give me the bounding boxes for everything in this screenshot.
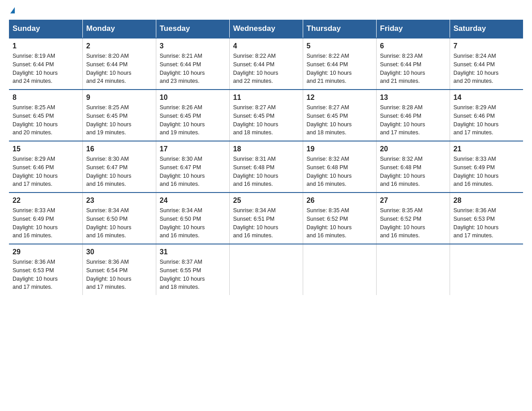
day-info: Sunrise: 8:34 AMSunset: 6:50 PMDaylight:… [86, 206, 152, 240]
calendar-day-cell: 13Sunrise: 8:28 AMSunset: 6:46 PMDayligh… [376, 90, 450, 141]
day-number: 8 [13, 94, 79, 102]
logo-arrow-icon [10, 7, 15, 13]
calendar-day-cell: 5Sunrise: 8:22 AMSunset: 6:44 PMDaylight… [303, 38, 376, 90]
day-number: 24 [160, 197, 226, 205]
day-info: Sunrise: 8:25 AMSunset: 6:45 PMDaylight:… [13, 103, 79, 137]
day-info: Sunrise: 8:35 AMSunset: 6:52 PMDaylight:… [307, 206, 373, 240]
day-number: 13 [380, 94, 446, 102]
day-number: 6 [380, 42, 446, 50]
day-number: 25 [233, 197, 299, 205]
page-header [9, 9, 523, 15]
day-info: Sunrise: 8:36 AMSunset: 6:53 PMDaylight:… [13, 258, 79, 291]
calendar-day-cell: 16Sunrise: 8:30 AMSunset: 6:47 PMDayligh… [82, 141, 156, 193]
header-wednesday: Wednesday [229, 20, 303, 38]
day-info: Sunrise: 8:36 AMSunset: 6:54 PMDaylight:… [86, 258, 152, 291]
header-monday: Monday [82, 20, 156, 38]
calendar-day-cell: 3Sunrise: 8:21 AMSunset: 6:44 PMDaylight… [156, 38, 229, 90]
day-info: Sunrise: 8:33 AMSunset: 6:49 PMDaylight:… [454, 155, 520, 188]
calendar-day-cell: 1Sunrise: 8:19 AMSunset: 6:44 PMDaylight… [9, 38, 82, 90]
calendar-day-cell: 7Sunrise: 8:24 AMSunset: 6:44 PMDaylight… [450, 38, 523, 90]
day-number: 2 [86, 42, 152, 50]
calendar-day-cell: 14Sunrise: 8:29 AMSunset: 6:46 PMDayligh… [450, 90, 523, 141]
day-number: 14 [454, 94, 520, 102]
calendar-day-cell: 18Sunrise: 8:31 AMSunset: 6:48 PMDayligh… [229, 141, 303, 193]
calendar-week-row: 15Sunrise: 8:29 AMSunset: 6:46 PMDayligh… [9, 141, 523, 193]
calendar-day-cell: 9Sunrise: 8:25 AMSunset: 6:45 PMDaylight… [82, 90, 156, 141]
header-friday: Friday [376, 20, 450, 38]
day-number: 11 [233, 94, 299, 102]
day-info: Sunrise: 8:29 AMSunset: 6:46 PMDaylight:… [454, 103, 520, 137]
day-number: 30 [86, 248, 152, 256]
day-number: 16 [86, 145, 152, 153]
day-info: Sunrise: 8:32 AMSunset: 6:48 PMDaylight:… [307, 155, 373, 188]
day-info: Sunrise: 8:22 AMSunset: 6:44 PMDaylight:… [233, 52, 299, 86]
day-number: 28 [454, 197, 520, 205]
day-number: 10 [160, 94, 226, 102]
calendar-day-cell [229, 244, 303, 295]
calendar-day-cell: 24Sunrise: 8:34 AMSunset: 6:50 PMDayligh… [156, 193, 229, 244]
day-number: 21 [454, 145, 520, 153]
header-saturday: Saturday [450, 20, 523, 38]
day-number: 31 [160, 248, 226, 256]
calendar-day-cell: 6Sunrise: 8:23 AMSunset: 6:44 PMDaylight… [376, 38, 450, 90]
header-thursday: Thursday [303, 20, 376, 38]
calendar-day-cell [303, 244, 376, 295]
calendar-day-cell: 20Sunrise: 8:32 AMSunset: 6:48 PMDayligh… [376, 141, 450, 193]
day-number: 20 [380, 145, 446, 153]
day-number: 27 [380, 197, 446, 205]
logo-general-line [9, 9, 15, 15]
day-number: 12 [307, 94, 373, 102]
calendar-day-cell: 26Sunrise: 8:35 AMSunset: 6:52 PMDayligh… [303, 193, 376, 244]
calendar-day-cell: 30Sunrise: 8:36 AMSunset: 6:54 PMDayligh… [82, 244, 156, 295]
calendar-day-cell: 15Sunrise: 8:29 AMSunset: 6:46 PMDayligh… [9, 141, 82, 193]
day-number: 7 [454, 42, 520, 50]
day-number: 17 [160, 145, 226, 153]
day-number: 9 [86, 94, 152, 102]
calendar-week-row: 8Sunrise: 8:25 AMSunset: 6:45 PMDaylight… [9, 90, 523, 141]
day-info: Sunrise: 8:33 AMSunset: 6:49 PMDaylight:… [13, 206, 79, 240]
day-info: Sunrise: 8:23 AMSunset: 6:44 PMDaylight:… [380, 52, 446, 86]
day-info: Sunrise: 8:30 AMSunset: 6:47 PMDaylight:… [86, 155, 152, 188]
day-info: Sunrise: 8:21 AMSunset: 6:44 PMDaylight:… [160, 52, 226, 86]
day-info: Sunrise: 8:25 AMSunset: 6:45 PMDaylight:… [86, 103, 152, 137]
calendar-day-cell: 10Sunrise: 8:26 AMSunset: 6:45 PMDayligh… [156, 90, 229, 141]
day-number: 26 [307, 197, 373, 205]
calendar-day-cell: 31Sunrise: 8:37 AMSunset: 6:55 PMDayligh… [156, 244, 229, 295]
calendar-day-cell: 22Sunrise: 8:33 AMSunset: 6:49 PMDayligh… [9, 193, 82, 244]
day-info: Sunrise: 8:37 AMSunset: 6:55 PMDaylight:… [160, 258, 226, 291]
header-sunday: Sunday [9, 20, 82, 38]
day-info: Sunrise: 8:28 AMSunset: 6:46 PMDaylight:… [380, 103, 446, 137]
calendar-day-cell: 29Sunrise: 8:36 AMSunset: 6:53 PMDayligh… [9, 244, 82, 295]
calendar-header-row: SundayMondayTuesdayWednesdayThursdayFrid… [9, 20, 523, 38]
calendar-day-cell: 21Sunrise: 8:33 AMSunset: 6:49 PMDayligh… [450, 141, 523, 193]
day-number: 15 [13, 145, 79, 153]
day-info: Sunrise: 8:20 AMSunset: 6:44 PMDaylight:… [86, 52, 152, 86]
day-info: Sunrise: 8:32 AMSunset: 6:48 PMDaylight:… [380, 155, 446, 188]
calendar-day-cell: 8Sunrise: 8:25 AMSunset: 6:45 PMDaylight… [9, 90, 82, 141]
day-info: Sunrise: 8:34 AMSunset: 6:51 PMDaylight:… [233, 206, 299, 240]
calendar-week-row: 1Sunrise: 8:19 AMSunset: 6:44 PMDaylight… [9, 38, 523, 90]
calendar-day-cell: 2Sunrise: 8:20 AMSunset: 6:44 PMDaylight… [82, 38, 156, 90]
day-info: Sunrise: 8:26 AMSunset: 6:45 PMDaylight:… [160, 103, 226, 137]
calendar-day-cell: 17Sunrise: 8:30 AMSunset: 6:47 PMDayligh… [156, 141, 229, 193]
day-info: Sunrise: 8:27 AMSunset: 6:45 PMDaylight:… [233, 103, 299, 137]
day-info: Sunrise: 8:31 AMSunset: 6:48 PMDaylight:… [233, 155, 299, 188]
day-number: 3 [160, 42, 226, 50]
day-number: 4 [233, 42, 299, 50]
day-info: Sunrise: 8:36 AMSunset: 6:53 PMDaylight:… [454, 206, 520, 240]
day-info: Sunrise: 8:24 AMSunset: 6:44 PMDaylight:… [454, 52, 520, 86]
calendar-day-cell: 28Sunrise: 8:36 AMSunset: 6:53 PMDayligh… [450, 193, 523, 244]
calendar-week-row: 29Sunrise: 8:36 AMSunset: 6:53 PMDayligh… [9, 244, 523, 295]
calendar-week-row: 22Sunrise: 8:33 AMSunset: 6:49 PMDayligh… [9, 193, 523, 244]
header-tuesday: Tuesday [156, 20, 229, 38]
calendar-day-cell: 23Sunrise: 8:34 AMSunset: 6:50 PMDayligh… [82, 193, 156, 244]
logo [9, 9, 15, 15]
day-number: 22 [13, 197, 79, 205]
calendar-day-cell: 25Sunrise: 8:34 AMSunset: 6:51 PMDayligh… [229, 193, 303, 244]
day-number: 23 [86, 197, 152, 205]
calendar-day-cell: 4Sunrise: 8:22 AMSunset: 6:44 PMDaylight… [229, 38, 303, 90]
calendar-day-cell: 12Sunrise: 8:27 AMSunset: 6:45 PMDayligh… [303, 90, 376, 141]
day-info: Sunrise: 8:35 AMSunset: 6:52 PMDaylight:… [380, 206, 446, 240]
day-info: Sunrise: 8:27 AMSunset: 6:45 PMDaylight:… [307, 103, 373, 137]
day-info: Sunrise: 8:30 AMSunset: 6:47 PMDaylight:… [160, 155, 226, 188]
